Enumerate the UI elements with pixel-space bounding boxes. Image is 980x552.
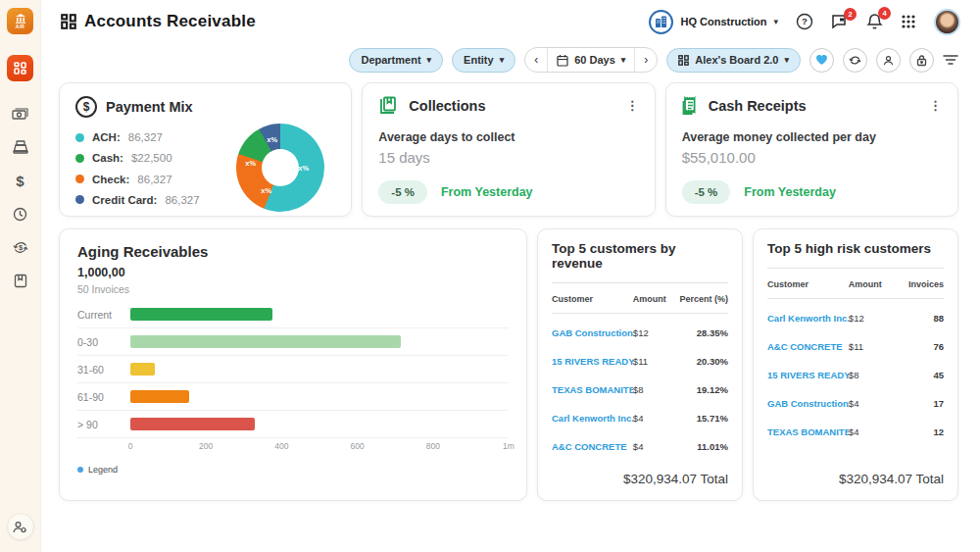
page-title-wrap: Accounts Receivable [61, 12, 256, 31]
legend-label: ACH: [92, 131, 121, 143]
app-logo[interactable]: A/R [7, 8, 33, 34]
aging-legend: Legend [77, 465, 509, 475]
customer-link[interactable]: A&C CONCRETE [552, 441, 633, 452]
col-customer: Customer [552, 294, 633, 304]
col-percent: Percent (%) [675, 294, 728, 304]
kebab-menu-icon[interactable]: ⋮ [929, 100, 942, 112]
percent-cell: 11.01% [675, 441, 728, 452]
lock-icon [916, 54, 927, 67]
kpi-row: $ Payment Mix ACH: 86,327 [59, 82, 958, 217]
sidebar-item-dashboard[interactable] [7, 55, 33, 81]
date-prev-button[interactable]: ‹ [525, 48, 547, 72]
help-icon: ? [796, 13, 813, 30]
messages-button[interactable]: 2 [831, 14, 849, 29]
bar-track [130, 335, 509, 348]
aging-row: 31-60 [77, 356, 509, 383]
entity-filter-label: Entity [464, 54, 494, 66]
sidebar-item-cash-register[interactable] [8, 134, 33, 160]
aging-invoice-count: 50 Invoices [77, 283, 509, 295]
customer-link[interactable]: GAB Construction [767, 398, 849, 409]
aging-title: Aging Receivables [77, 243, 509, 260]
share-user-button[interactable] [876, 48, 901, 73]
sidebar-item-ledger[interactable] [8, 268, 33, 293]
user-settings-button[interactable] [7, 513, 34, 540]
apps-button[interactable] [901, 14, 916, 29]
table-row: 15 RIVERS READY-MIX $11 20.30% [552, 342, 728, 371]
sidebar-item-sync-payments[interactable]: $ [8, 234, 33, 260]
customer-link[interactable]: A&C CONCRETE [767, 341, 849, 352]
sidebar: A/R $ $ [0, 0, 41, 552]
heart-icon [815, 54, 828, 66]
company-selector[interactable]: HQ Construction ▾ [649, 10, 778, 34]
entity-filter[interactable]: Entity ▾ [452, 48, 515, 73]
delta-caption: From Yesterday [441, 185, 533, 199]
board-selector[interactable]: Alex's Board 2.0 ▾ [666, 48, 801, 73]
page-dashboard-icon [61, 14, 76, 29]
bar-track [130, 308, 509, 321]
help-button[interactable]: ? [796, 13, 813, 30]
aging-category-label: 61-90 [77, 391, 130, 403]
kebab-menu-icon[interactable]: ⋮ [626, 100, 639, 112]
dollar-circle-icon: $ [75, 96, 97, 118]
date-next-button[interactable]: › [635, 48, 657, 72]
book-icon [378, 96, 400, 116]
filter-menu-button[interactable] [943, 54, 958, 66]
customer-link[interactable]: Carl Kenworth Inc. [552, 413, 633, 424]
collections-title: Collections [409, 98, 485, 114]
department-filter[interactable]: Department ▾ [349, 48, 443, 73]
customer-link[interactable]: Carl Kenworth Inc. [767, 313, 849, 324]
aging-receivables-card: Aging Receivables 1,000,00 50 Invoices C… [59, 228, 527, 501]
aging-category-label: 31-60 [77, 364, 130, 376]
lock-button[interactable] [909, 48, 934, 73]
x-tick: 400 [274, 441, 288, 451]
legend-item: Check: 86,327 [75, 174, 225, 185]
favorite-button[interactable] [809, 48, 834, 73]
bar-0-30 [130, 335, 401, 348]
sidebar-item-history[interactable] [8, 201, 33, 226]
col-amount: Amount [633, 294, 675, 304]
sidebar-item-billing[interactable]: $ [8, 168, 33, 193]
x-tick: 800 [426, 441, 440, 451]
refresh-button[interactable] [843, 48, 867, 73]
chevron-down-icon: ▾ [773, 17, 778, 26]
customer-link[interactable]: 15 RIVERS READY-MIX [552, 356, 633, 367]
app-root: A/R $ $ Accou [0, 0, 980, 552]
cash-receipts-metric-label: Average money collected per day [682, 130, 942, 144]
chevron-down-icon: ▾ [621, 55, 626, 65]
customer-link[interactable]: 15 RIVERS READY-MIX [767, 370, 849, 380]
apps-grid-icon [901, 14, 916, 29]
slice-label-credit-card: x% [267, 135, 277, 144]
aging-category-label: Current [77, 309, 130, 321]
date-range-selector[interactable]: 60 Days ▾ [547, 48, 635, 72]
customer-link[interactable]: TEXAS BOMANITE [552, 384, 633, 395]
amount-cell: $4 [849, 427, 891, 437]
customer-link[interactable]: TEXAS BOMANITE [767, 427, 849, 437]
main-area: Accounts Receivable HQ Construction ▾ ? … [41, 0, 980, 552]
user-gear-icon [13, 521, 27, 533]
payment-mix-donut-chart: x% x% x% x% [236, 124, 324, 212]
customer-link[interactable]: GAB Construction [552, 327, 633, 338]
company-buildings-icon [649, 10, 673, 34]
svg-text:$: $ [18, 243, 23, 252]
logo-label: A/R [16, 24, 25, 29]
table-header: Customer Amount Percent (%) [552, 283, 728, 314]
amount-cell: $4 [849, 398, 891, 409]
user-avatar[interactable] [934, 9, 960, 35]
legend-value: 86,327 [128, 131, 163, 143]
delta-caption: From Yesterday [744, 185, 836, 199]
svg-text:?: ? [802, 16, 808, 26]
aging-bar-chart: Current 0-30 31-60 61-90 [77, 301, 509, 438]
amount-cell: $12 [849, 313, 891, 324]
sidebar-item-payments[interactable] [8, 101, 33, 126]
collections-metric-label: Average days to collect [378, 130, 638, 144]
bar-61-90 [130, 390, 189, 403]
top-risk-card: Top 5 high risk customers Customer Amoun… [753, 228, 958, 501]
page-title: Accounts Receivable [84, 12, 256, 31]
invoices-cell: 17 [891, 398, 944, 409]
table-total: $320,934.07 Total [767, 472, 944, 486]
dashboard-grid-icon [14, 62, 26, 75]
delta-badge: -5 % [682, 180, 731, 204]
notifications-button[interactable]: 4 [866, 13, 883, 30]
amount-cell: $4 [633, 413, 675, 424]
aging-row: > 90 [77, 411, 509, 438]
